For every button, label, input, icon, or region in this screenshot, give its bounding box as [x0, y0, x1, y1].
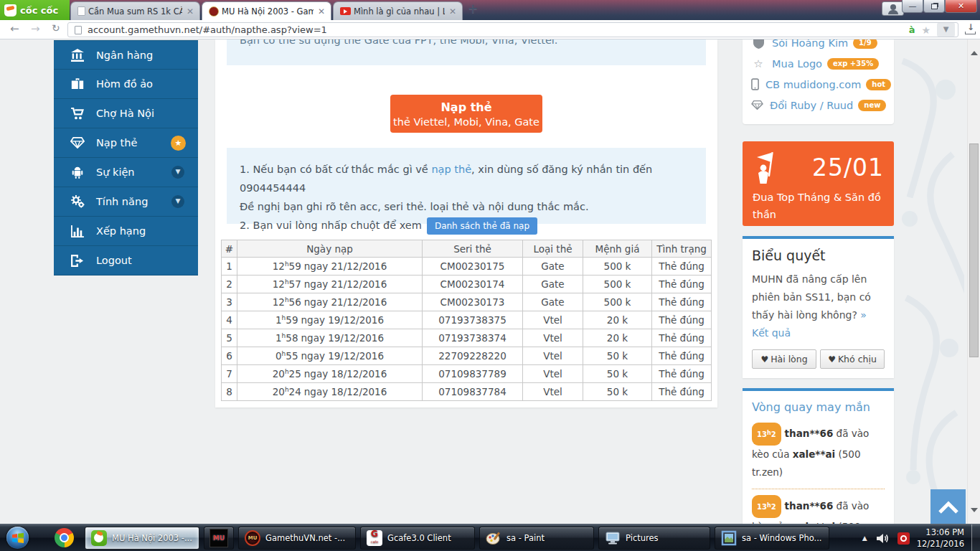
tab-close-icon[interactable]: ✕ — [185, 6, 195, 17]
chrome-taskbar-icon[interactable] — [55, 528, 74, 547]
page-viewport: Ngân hàng Hòm đồ ảo Chợ Hà Nội Nạp thẻ ★… — [0, 39, 980, 524]
forward-button[interactable]: → — [31, 22, 40, 35]
col-value: Mệnh giá — [583, 240, 652, 258]
youtube-favicon — [340, 7, 351, 15]
volume-icon[interactable] — [877, 533, 889, 544]
sidebar-item-label: Tính năng — [96, 196, 148, 207]
poll-question: MUHN đã nâng cấp lên phiên bản SS11, bạn… — [752, 270, 885, 342]
tab-close-icon[interactable]: ✕ — [448, 6, 458, 17]
logout-icon — [68, 255, 87, 267]
taskbar-button-pictures[interactable]: Pictures — [598, 527, 710, 550]
media-download-button[interactable]: ▼ — [937, 23, 955, 37]
right-sidebar: Sói Hoàng Kim 1/9 ☆ Mua Logo exp +35% CB… — [743, 39, 894, 524]
close-button[interactable]: ✕ — [945, 0, 977, 13]
coccoc-cup-icon — [4, 4, 17, 17]
event-banner[interactable]: 25/01 Đua Top Tháng & Săn đồ thần — [743, 141, 894, 226]
link-soi-hoang-kim[interactable]: Sói Hoàng Kim 1/9 — [751, 39, 885, 53]
back-button[interactable]: ← — [10, 22, 19, 35]
taskbar-button-label: MU Hà Nội 2003 -... — [112, 533, 192, 543]
cart-icon — [68, 108, 87, 120]
profile-button[interactable] — [882, 1, 904, 16]
sidebar-item-logout[interactable]: Logout — [54, 246, 198, 276]
restore-button[interactable] — [923, 0, 945, 13]
coccoc-logo[interactable]: cốc cốc — [0, 0, 70, 20]
link-doi-ruby[interactable]: Đổi Ruby / Ruud new — [751, 95, 885, 116]
col-seri: Seri thẻ — [423, 240, 523, 258]
lucky-feed-item: 13h2than**66 đã vào kèo của xale**ai (50… — [752, 417, 885, 489]
show-desktop-button[interactable] — [971, 524, 980, 551]
new-badge: new — [858, 100, 886, 111]
sidebar-item-nap-the[interactable]: Nạp thẻ ★ — [54, 128, 198, 158]
minimize-button[interactable]: — — [902, 0, 923, 13]
sidebar-menu: Ngân hàng Hòm đồ ảo Chợ Hà Nội Nạp thẻ ★… — [54, 40, 198, 276]
browser-scrollbar[interactable] — [967, 39, 980, 524]
poll-like-button[interactable]: ♥Hài lòng — [752, 349, 816, 369]
sidebar-item-hom-do-ao[interactable]: Hòm đồ ảo — [54, 70, 198, 99]
paint-icon — [486, 530, 501, 546]
taskbar-button-mu-client[interactable]: MU — [204, 527, 234, 550]
col-date: Ngày nạp — [237, 240, 423, 258]
scrollbar-up-arrow[interactable] — [971, 51, 978, 55]
taskbar-button-label: sa - Paint — [507, 533, 545, 543]
lucky-wheel-title[interactable]: Vòng quay may mắn — [752, 400, 885, 414]
sidebar-item-cho-ha-noi[interactable]: Chợ Hà Nội — [54, 99, 198, 128]
chevron-down-icon: ▼ — [171, 166, 184, 179]
note-line-3: 2. Bạn vui lòng nhấp chuột để xemDanh sá… — [240, 216, 693, 235]
recharge-card-button[interactable]: Nạp thẻ thẻ Viettel, Mobi, Vina, Gate — [390, 95, 542, 133]
card-list-button[interactable]: Danh sách thẻ đã nạp — [427, 217, 537, 235]
tab-title: MU Hà Nội 2003 - Gametl — [222, 6, 314, 17]
new-tab-button[interactable]: + — [465, 3, 481, 16]
sidebar-item-su-kien[interactable]: Sự kiện ▼ — [54, 158, 198, 187]
browser-toolbar: ← → ↻ à ★ ▼ — [0, 20, 980, 39]
browser-tab-3[interactable]: Mình là gì của nhau | Lou ✕ — [333, 1, 463, 20]
start-button[interactable] — [6, 527, 29, 549]
lucky-wheel-panel: Vòng quay may mắn 13h2than**66 đã vào kè… — [743, 388, 894, 524]
tray-app-icon[interactable] — [897, 532, 910, 545]
col-index: # — [222, 240, 237, 258]
sidebar-item-label: Nạp thẻ — [96, 137, 137, 149]
restore-icon — [931, 4, 938, 9]
diamond-icon — [68, 137, 87, 149]
table-header-row: # Ngày nạp Seri thẻ Loại thẻ Mệnh giá Tì… — [222, 240, 712, 258]
browser-tab-2-active[interactable]: MU Hà Nội 2003 - Gametl ✕ — [202, 1, 331, 20]
table-row: 7 20h25ngay 18/12/2016 07109837789Vtel50… — [222, 365, 712, 383]
note-line-1: 1. Nếu bạn có bất cứ thắc mắc gì về nạp … — [240, 160, 693, 197]
reload-button[interactable]: ↻ — [52, 22, 60, 34]
vietnamese-typing-icon[interactable]: à — [909, 24, 915, 35]
browser-tab-1[interactable]: Cần Mua sum RS 1k CẤc a ✕ — [70, 1, 200, 20]
sidebar-item-label: Hòm đồ ảo — [96, 78, 153, 90]
chevron-up-icon — [936, 499, 961, 515]
taskbar-clock[interactable]: 13:06 PM 12/21/2016 — [917, 527, 964, 550]
table-row: 6 0h55ngay 19/12/2016 22709228220Vtel50 … — [222, 347, 712, 365]
scrollbar-down-arrow[interactable] — [971, 508, 978, 512]
page-favicon — [77, 6, 85, 16]
taskbar-button-coccoc[interactable]: MU Hà Nội 2003 -... — [85, 527, 199, 550]
bookmark-star-icon[interactable]: ★ — [921, 24, 930, 36]
taskbar-button-photo-viewer[interactable]: sa - Windows Pho... — [715, 527, 829, 550]
tray-expand-icon[interactable]: ▲ — [862, 534, 867, 542]
sidebar-item-ngan-hang[interactable]: Ngân hàng — [54, 40, 198, 70]
address-bar[interactable]: à ★ ▼ — [67, 22, 958, 37]
link-mua-logo[interactable]: ☆ Mua Logo exp +35% — [751, 53, 885, 74]
scrollbar-thumb[interactable] — [969, 143, 979, 357]
taskbar-button-paint[interactable]: sa - Paint — [479, 527, 594, 550]
downloads-icon[interactable] — [964, 24, 976, 35]
taskbar-button-gamethuvn[interactable]: MU GamethuVN.net -... — [238, 527, 356, 550]
napthe-link[interactable]: nạp thẻ — [431, 164, 471, 175]
scroll-to-top-button[interactable] — [930, 489, 966, 524]
sidebar-item-tinh-nang[interactable]: Tính năng ▼ — [54, 187, 198, 217]
mu-game-icon: MU — [209, 529, 228, 547]
clock-date: 12/21/2016 — [917, 538, 964, 550]
link-cb-mudidong[interactable]: CB mudidong.com hot — [751, 74, 885, 95]
poll-panel: Biểu quyết MUHN đã nâng cấp lên phiên bả… — [743, 236, 894, 378]
taskbar-button-gcafe[interactable]: Gcafe Gcafe3.0 Client — [360, 527, 475, 550]
broken-heart-icon: ♥ — [828, 354, 836, 364]
url-input[interactable] — [88, 24, 909, 35]
page-icon — [75, 26, 82, 34]
photo-viewer-icon — [721, 530, 737, 546]
poll-dislike-button[interactable]: ♥Khó chịu — [820, 349, 885, 369]
clock-time: 13:06 PM — [917, 527, 964, 538]
tab-close-icon[interactable]: ✕ — [316, 6, 326, 17]
sidebar-item-xep-hang[interactable]: Xếp hạng — [54, 217, 198, 246]
event-date: 25/01 — [812, 154, 884, 182]
